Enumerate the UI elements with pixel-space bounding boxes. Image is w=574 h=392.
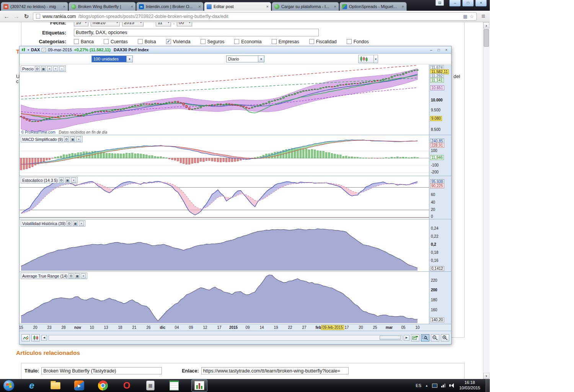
forward-icon[interactable]: →	[13, 13, 20, 20]
taskbar-chrome-icon[interactable]	[96, 380, 109, 391]
zoom-out-icon[interactable]	[431, 334, 439, 341]
display-tray-icon[interactable]	[432, 384, 437, 388]
category-checkbox-seguros[interactable]: Seguros	[201, 39, 225, 44]
browser-tab[interactable]: Editar post×	[204, 2, 271, 11]
fecha-hour-select[interactable]: 11▾	[156, 22, 171, 26]
volume-tray-icon[interactable]	[449, 383, 454, 388]
network-tray-icon[interactable]	[441, 384, 445, 387]
panel-detach-icon[interactable]: ▣	[41, 66, 46, 71]
scroll-up-icon[interactable]: ▲	[483, 22, 489, 28]
panel-detach-icon[interactable]: ▣	[65, 178, 70, 183]
scroll-right-icon[interactable]: ▶	[404, 335, 409, 341]
start-button[interactable]	[3, 380, 15, 391]
chart-maximize-icon[interactable]: □	[436, 48, 442, 52]
tab-close-icon[interactable]: ×	[334, 4, 336, 9]
candlestick-style-icon[interactable]	[31, 334, 40, 341]
zoom-selection-icon[interactable]	[421, 334, 429, 341]
window-maximize-button[interactable]: □	[462, 0, 474, 7]
window-minimize-button[interactable]: –	[449, 0, 461, 7]
taskbar-calculator-icon[interactable]: ▦	[144, 380, 157, 391]
category-checkbox-empresas[interactable]: Empresas	[272, 39, 299, 44]
page-scrollbar[interactable]: ▲ ▼	[483, 22, 489, 379]
panel-detach-icon[interactable]: ▣	[73, 221, 78, 226]
taskbar-prorealtime-icon[interactable]	[191, 379, 207, 392]
category-checkbox-banca[interactable]: Banca	[74, 39, 94, 44]
period-select[interactable]: Diario▾	[226, 56, 264, 62]
browser-tab[interactable]: Cargar su plataforma - I...×	[272, 2, 339, 11]
fecha-year-select[interactable]: 2015▾	[122, 22, 144, 26]
units-select[interactable]: 100 unidades▾	[91, 56, 133, 62]
reload-icon[interactable]: ↻	[23, 13, 30, 20]
panel-settings-icon[interactable]: ⚙	[68, 273, 73, 278]
price-plot[interactable]: Precio ⚙ ▣ × + ▫ © ProRealTime.com Datos…	[20, 65, 429, 135]
browser-menu-icon[interactable]: ≡	[480, 13, 487, 20]
taskbar-spreadsheet-icon[interactable]	[168, 380, 181, 391]
enlace-input[interactable]	[201, 367, 349, 374]
tab-close-icon[interactable]: ×	[402, 4, 404, 9]
panel-settings-icon[interactable]: ⚙	[59, 178, 64, 183]
chart-type-button[interactable]: ▾	[358, 55, 378, 63]
panel-detach-icon[interactable]: ▣	[75, 273, 80, 278]
page-scrollbar-thumb[interactable]	[484, 29, 489, 47]
price-chart[interactable]	[20, 65, 429, 135]
volatility-chart[interactable]	[20, 219, 429, 271]
etiquetas-input[interactable]	[74, 29, 319, 36]
taskbar-opera-icon[interactable]: O	[120, 380, 133, 391]
browser-tab[interactable]: M(309742 no leídos) - mig×	[1, 2, 68, 11]
back-icon[interactable]: ←	[3, 13, 10, 20]
category-checkbox-economia[interactable]: Economia	[234, 39, 261, 44]
tab-close-icon[interactable]: ×	[131, 4, 133, 9]
info-icon[interactable]: i	[42, 48, 46, 52]
panel-close-icon[interactable]: ×	[71, 178, 76, 183]
chart-properties-icon[interactable]	[21, 334, 30, 341]
volatility-plot[interactable]: Volatilidad Histórica (39) ⚙ ▣ ×	[20, 219, 429, 271]
browser-tab[interactable]: OptionSpreads - Miguel...×	[339, 2, 407, 11]
fecha-minute-select[interactable]: 00▾	[177, 22, 192, 26]
hidden-icons-icon[interactable]: ▲	[425, 384, 428, 387]
panel-settings-icon[interactable]: ⚙	[35, 66, 40, 71]
atr-plot[interactable]: Average True Range (14) ⚙ ▣ ×	[20, 272, 429, 324]
panel-close-icon[interactable]: ×	[47, 66, 52, 71]
address-bar[interactable]: www.rankia.com/blogs/option-spreads/post…	[33, 12, 477, 21]
category-checkbox-fondos[interactable]: Fondos	[347, 39, 369, 44]
atr-chart[interactable]	[20, 272, 429, 324]
bookmark-star-icon[interactable]: ☆	[470, 14, 474, 19]
titulo-input[interactable]	[41, 367, 162, 374]
panel-close-icon[interactable]: ×	[76, 137, 81, 142]
category-checkbox-fiscalidad[interactable]: Fiscalidad	[309, 39, 337, 44]
scroll-down-icon[interactable]: ▼	[483, 373, 489, 379]
stochastic-plot[interactable]: Estocástico (14 3 5) ⚙ ▣ ×	[20, 176, 429, 219]
panel-close-icon[interactable]: ×	[81, 273, 86, 278]
tab-close-icon[interactable]: ×	[63, 4, 65, 9]
tab-close-icon[interactable]: ×	[266, 4, 269, 9]
scroll-left-icon[interactable]: ◀	[41, 335, 47, 341]
taskbar-clock[interactable]: 16:18 10/03/2015	[459, 380, 480, 391]
macd-plot[interactable]: MACD Simplificado (9) ⚙ ▣ ×	[20, 135, 429, 176]
chart-close-icon[interactable]: ×	[444, 48, 449, 52]
taskbar-media-player-icon[interactable]: ▶	[73, 380, 86, 391]
panel-settings-icon[interactable]: ⚙	[67, 221, 72, 226]
panel-compare-icon[interactable]: ▫	[59, 66, 64, 71]
hscrollbar-thumb[interactable]	[380, 336, 401, 340]
apps-grid-icon[interactable]: ▦	[463, 14, 467, 19]
tab-close-icon[interactable]: ×	[199, 4, 201, 9]
window-close-button[interactable]: ×	[475, 0, 487, 7]
panel-add-icon[interactable]: +	[53, 66, 58, 71]
chart-minimize-icon[interactable]: –	[428, 48, 434, 52]
category-checkbox-cuentas[interactable]: Cuentas	[104, 39, 128, 44]
browser-tab[interactable]: inInterdin.com | Broker O...×	[136, 2, 204, 11]
browser-tab[interactable]: Broken Wing Butterfly |×	[68, 2, 136, 11]
taskbar-internet-explorer-icon[interactable]: e	[25, 380, 38, 391]
category-checkbox-vivienda[interactable]: ✓Vivienda	[166, 39, 191, 44]
chart-window-titlebar[interactable]: ▾ DAX i 09-mar-2015 +0,27% (11.582,11) D…	[20, 46, 451, 54]
fecha-month-select[interactable]: marzo▾	[91, 22, 120, 26]
panel-settings-icon[interactable]: ⚙	[64, 137, 69, 142]
taskbar-explorer-icon[interactable]	[49, 380, 62, 391]
fecha-day-select[interactable]: 10▾	[74, 22, 88, 26]
category-checkbox-bolsa[interactable]: Bolsa	[138, 39, 156, 44]
new-chart-icon[interactable]	[411, 334, 419, 341]
window-badge-icon[interactable]: ▤	[435, 0, 444, 6]
chart-hscrollbar[interactable]	[49, 335, 402, 341]
panel-detach-icon[interactable]: ▣	[70, 137, 75, 142]
panel-close-icon[interactable]: ×	[79, 221, 84, 226]
